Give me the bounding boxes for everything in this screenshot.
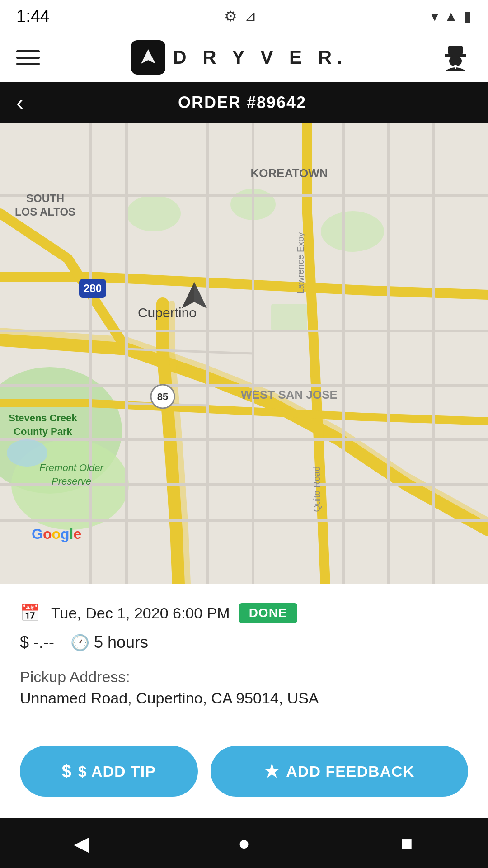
order-details: 📅 Tue, Dec 1, 2020 6:00 PM DONE $ -.-- 🕐…: [0, 584, 488, 746]
clock-icon: 🕐: [70, 633, 89, 651]
svg-text:County Park: County Park: [14, 426, 72, 437]
svg-text:Preserve: Preserve: [52, 476, 91, 487]
add-tip-button[interactable]: $ $ ADD TIP: [20, 746, 198, 797]
svg-point-8: [127, 195, 181, 231]
svg-text:Fremont Older: Fremont Older: [39, 462, 104, 473]
svg-marker-0: [141, 49, 155, 64]
map-svg: 280 85 KOREATOWN SOUTH LOS ALTOS Lawrenc…: [0, 123, 488, 584]
star-icon: ★: [264, 761, 280, 781]
action-buttons: $ $ ADD TIP ★ ADD FEEDBACK: [0, 746, 488, 819]
nav-home-button[interactable]: ●: [226, 825, 262, 861]
pickup-label: Pickup Address:: [20, 668, 468, 686]
order-price: $ -.--: [20, 633, 54, 652]
duration-text: 5 hours: [94, 633, 148, 652]
add-feedback-button[interactable]: ★ ADD FEEDBACK: [211, 746, 468, 797]
logo-svg: [137, 47, 159, 68]
svg-text:85: 85: [157, 391, 168, 402]
svg-point-46: [7, 439, 47, 467]
svg-rect-11: [271, 304, 307, 331]
logo-icon: [131, 40, 165, 75]
pickup-address: Unnamed Road, Cupertino, CA 95014, USA: [20, 689, 468, 707]
dollar-icon: $: [62, 762, 72, 781]
order-title: ORDER #89642: [34, 93, 450, 112]
svg-text:Quito Road: Quito Road: [312, 466, 322, 512]
hamburger-menu[interactable]: [16, 50, 40, 65]
calendar-icon: 📅: [20, 604, 40, 623]
order-header: ‹ ORDER #89642: [0, 82, 488, 123]
svg-text:Lawrence Expy: Lawrence Expy: [296, 232, 305, 294]
status-time: 1:44: [16, 7, 50, 26]
location-icon: ⊿: [244, 8, 257, 25]
status-right-icons: ▾ ▲ ▮: [431, 8, 472, 25]
nav-back-button[interactable]: ◀: [63, 825, 99, 861]
svg-text:LOS ALTOS: LOS ALTOS: [15, 206, 75, 218]
svg-text:KOREATOWN: KOREATOWN: [251, 166, 328, 180]
add-tip-label: $ ADD TIP: [78, 763, 156, 780]
status-bar: 1:44 ⚙ ⊿ ▾ ▲ ▮: [0, 0, 488, 33]
svg-text:Google: Google: [32, 526, 81, 542]
brand-name: D R Y V E R.: [173, 47, 348, 68]
map-container[interactable]: 280 85 KOREATOWN SOUTH LOS ALTOS Lawrenc…: [0, 123, 488, 584]
order-date: Tue, Dec 1, 2020 6:00 PM: [51, 604, 230, 622]
signal-icon: ▲: [444, 8, 458, 25]
svg-text:Cupertino: Cupertino: [138, 305, 197, 320]
svg-text:280: 280: [84, 282, 102, 294]
svg-text:WEST SAN JOSE: WEST SAN JOSE: [241, 388, 338, 401]
order-date-row: 📅 Tue, Dec 1, 2020 6:00 PM DONE: [20, 603, 468, 623]
bottom-nav: ◀ ● ■: [0, 818, 488, 868]
status-icons: ⚙ ⊿: [224, 8, 257, 25]
settings-icon: ⚙: [224, 8, 237, 25]
brand-logo: D R Y V E R.: [131, 40, 348, 75]
order-meta: $ -.-- 🕐 5 hours: [20, 633, 468, 652]
svg-text:SOUTH: SOUTH: [26, 192, 64, 204]
add-feedback-label: ADD FEEDBACK: [286, 763, 414, 780]
profile-icon[interactable]: [439, 41, 472, 74]
wifi-icon: ▾: [431, 8, 438, 25]
svg-point-10: [321, 211, 384, 252]
nav-recent-button[interactable]: ■: [389, 825, 425, 861]
battery-icon: ▮: [464, 8, 472, 25]
status-badge: DONE: [239, 603, 297, 623]
order-duration: 🕐 5 hours: [70, 633, 148, 652]
back-button[interactable]: ‹: [16, 92, 23, 113]
svg-rect-2: [448, 46, 463, 55]
svg-text:Stevens Creek: Stevens Creek: [9, 412, 77, 424]
top-nav: D R Y V E R.: [0, 33, 488, 82]
